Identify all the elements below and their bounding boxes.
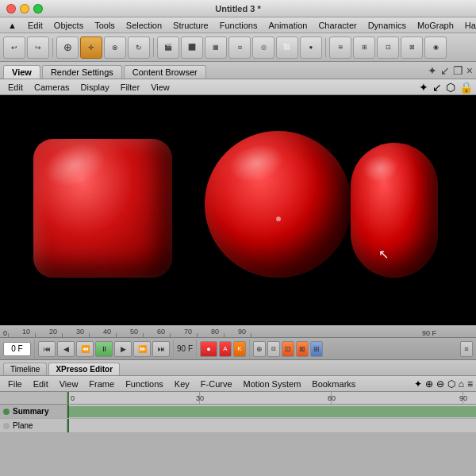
ruler-30: 30 [76,328,84,336]
object-cube [33,139,172,278]
xmenu-key[interactable]: Key [170,378,194,390]
tool-extra4[interactable]: ⊠ [401,36,423,59]
menu-selection[interactable]: Selection [121,20,167,31]
viewport-action-3[interactable]: ❐ [453,64,463,77]
plane-label: Plane [13,421,33,430]
menu-objects[interactable]: Objects [49,20,88,31]
xmenu-fit[interactable]: ⬡ [447,378,455,390]
3d-viewport[interactable]: ↖ [0,95,476,325]
viewport-menu-view[interactable]: View [146,82,175,93]
tool-scale[interactable]: ⊗ [104,36,126,59]
tab-timeline[interactable]: Timeline [3,363,47,375]
xmenu-file[interactable]: File [3,378,27,390]
tool-move[interactable]: ✛ [80,36,102,59]
xmenu-motion[interactable]: Motion System [239,378,306,390]
key-button[interactable]: K [233,341,246,357]
goto-start-button[interactable]: ⏮ [38,341,56,357]
extra-pb-2[interactable]: ⧈ [267,341,280,357]
current-frame-input[interactable] [3,342,31,356]
viewport-nav-icon[interactable]: ✦ [419,81,428,94]
menu-dynamics[interactable]: Dynamics [363,20,411,31]
tool-render-region[interactable]: 🎬 [157,36,179,59]
extra-pb-6[interactable]: ≡ [460,341,473,357]
tab-xpresso-editor[interactable]: XPresso Editor [48,363,120,375]
viewport-menu-cameras[interactable]: Cameras [29,82,75,93]
menu-edit[interactable]: Edit [23,20,48,31]
tool-select[interactable]: ⊕ [56,36,79,59]
maximize-button[interactable] [33,4,43,13]
xpresso-timeline-tracks[interactable]: 0 30 60 90 [67,392,476,433]
viewport-menu-filter[interactable]: Filter [116,82,144,93]
xmenu-edit[interactable]: Edit [29,378,53,390]
xmenu-zoom-in[interactable]: ⊕ [425,378,433,390]
tab-content-browser[interactable]: Content Browser [124,65,206,79]
xmenu-view[interactable]: View [55,378,83,390]
extra-pb-4[interactable]: ⊠ [296,341,309,357]
tool-undo[interactable]: ↩ [3,36,25,59]
viewport-action-1[interactable]: ✦ [428,64,437,77]
tool-render-settings[interactable]: ▦ [205,36,227,59]
prev-frame-button[interactable]: ◀ [57,341,75,357]
pb-sep-3 [196,340,197,359]
menu-functions[interactable]: Functions [215,20,263,31]
play-reverse-button[interactable]: ⏪ [76,341,94,357]
viewport-menu-display[interactable]: Display [76,82,114,93]
minimize-button[interactable] [20,4,29,13]
extra-pb-1[interactable]: ⊕ [253,341,266,357]
xmenu-functions[interactable]: Functions [121,378,168,390]
tool-sphere[interactable]: ● [300,36,322,59]
viewport-lock-icon[interactable]: 🔒 [459,81,473,94]
viewport-menu-bar: Edit Cameras Display Filter View ✦ ↙ ⬡ 🔒 [0,79,476,95]
menu-animation[interactable]: Animation [263,20,312,31]
menu-tools[interactable]: Tools [90,20,120,31]
menu-mograph[interactable]: MoGraph [413,20,459,31]
menu-apple[interactable]: ▲ [3,20,21,31]
xmenu-nav-icon[interactable]: ✦ [414,378,422,390]
pb-sep-4 [249,340,250,359]
xmenu-home[interactable]: ⌂ [459,378,464,390]
xmenu-zoom-out[interactable]: ⊖ [436,378,444,390]
xmenu-extra[interactable]: ≡ [467,378,473,390]
xpresso-main: Summary Plane 0 30 60 90 [0,392,476,433]
tool-extra2[interactable]: ⊞ [353,36,375,59]
viewport-action-2[interactable]: ↙ [440,64,450,77]
viewport-menu-edit[interactable]: Edit [3,82,28,93]
tool-extra3[interactable]: ⊡ [377,36,399,59]
record-button[interactable]: ● [200,341,217,357]
close-button[interactable] [6,4,16,13]
tool-cube[interactable]: ⬜ [276,36,298,59]
xmenu-fcurve[interactable]: F-Curve [196,378,237,390]
tab-view[interactable]: View [3,65,40,79]
track-summary [67,405,476,419]
xpresso-summary-item[interactable]: Summary [0,405,67,419]
pause-button[interactable]: ⏸ [95,341,113,357]
tab-render-settings[interactable]: Render Settings [42,65,122,79]
xpresso-playhead [67,392,69,404]
viewport-tab-bar: View Render Settings Content Browser ✦ ↙… [0,62,476,79]
ruler-10: 10 [22,328,30,336]
auto-key-button[interactable]: A [219,341,232,357]
tool-render[interactable]: ⬛ [181,36,203,59]
ruler-70: 70 [184,328,192,336]
viewport-home-icon[interactable]: ↙ [432,81,442,94]
extra-pb-3[interactable]: ⊡ [282,341,294,357]
play-forward-button[interactable]: ⏩ [133,341,151,357]
menu-structure[interactable]: Structure [168,20,213,31]
tool-extra1[interactable]: ≋ [329,36,351,59]
tool-rotate[interactable]: ↻ [128,36,150,59]
goto-end-button[interactable]: ⏭ [152,341,170,357]
play-button[interactable]: ▶ [114,341,132,357]
tool-object[interactable]: ⧈ [228,36,251,59]
tool-extra5[interactable]: ◉ [424,36,447,59]
xmenu-bookmarks[interactable]: Bookmarks [307,378,360,390]
menu-character[interactable]: Character [313,20,361,31]
extra-pb-5[interactable]: ⊞ [310,341,323,357]
menu-hair[interactable]: Hair [460,20,476,31]
viewport-fit-icon[interactable]: ⬡ [446,81,455,94]
xmenu-frame[interactable]: Frame [84,378,119,390]
tick-60 [170,333,171,337]
tool-null[interactable]: ◎ [252,36,274,59]
viewport-action-close[interactable]: × [466,64,473,77]
tool-redo[interactable]: ↪ [27,36,49,59]
xpresso-plane-item[interactable]: Plane [0,419,67,433]
